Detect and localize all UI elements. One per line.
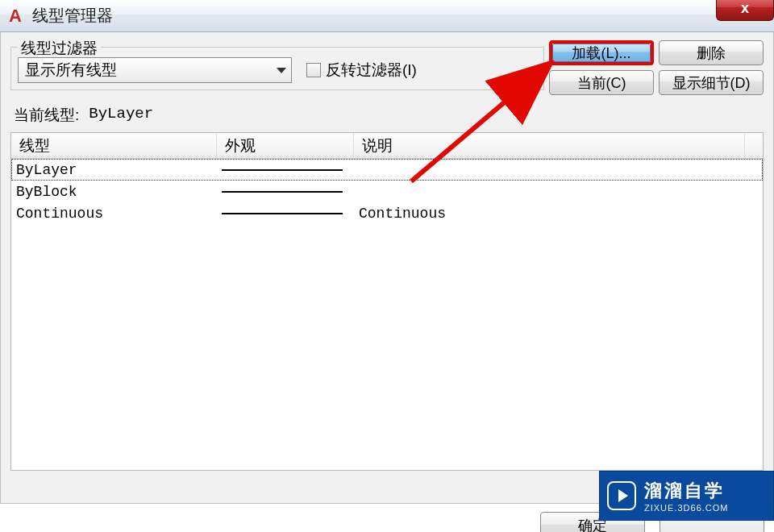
top-controls-row: 线型过滤器 显示所有线型 反转过滤器(I) 加载(L)... 删除: [10, 39, 764, 95]
cell-name: ByLayer: [11, 162, 217, 178]
current-button-label: 当前(C): [577, 73, 626, 93]
close-icon: x: [741, 0, 749, 17]
app-icon: A: [5, 6, 26, 27]
titlebar: A 线型管理器 x: [0, 0, 774, 32]
cell-name: Continuous: [11, 206, 217, 222]
linetype-sample-icon: [222, 169, 343, 171]
linetype-sample-icon: [222, 213, 343, 214]
cell-appearance: [217, 213, 354, 214]
linetype-sample-icon: [222, 191, 343, 193]
close-button[interactable]: x: [716, 0, 774, 21]
window-title: 线型管理器: [32, 5, 113, 27]
cell-name: ByBlock: [11, 184, 217, 200]
dialog-content: 线型过滤器 显示所有线型 反转过滤器(I) 加载(L)... 删除: [0, 32, 774, 504]
table-body: ByLayerByBlockContinuousContinuous: [11, 159, 763, 224]
checkbox-box-icon: [306, 63, 321, 77]
table-row[interactable]: ByLayer: [11, 159, 763, 181]
column-header-description[interactable]: 说明: [354, 133, 745, 158]
invert-filter-checkbox[interactable]: 反转过滤器(I): [306, 60, 417, 81]
column-header-appearance[interactable]: 外观: [217, 133, 354, 158]
app-icon-letter: A: [9, 6, 22, 27]
invert-filter-label: 反转过滤器(I): [326, 60, 417, 81]
load-button[interactable]: 加载(L)...: [549, 40, 654, 65]
watermark-badge: 溜溜自学 ZIXUE.3D66.COM: [599, 471, 774, 521]
filter-legend: 线型过滤器: [18, 38, 101, 59]
column-header-spacer: [745, 133, 763, 158]
delete-button-label: 删除: [697, 44, 726, 63]
chevron-down-icon: [277, 68, 286, 73]
details-button-label: 显示细节(D): [672, 73, 751, 93]
watermark-url: ZIXUE.3D66.COM: [644, 503, 728, 513]
cell-appearance: [217, 191, 354, 193]
cell-description: Continuous: [354, 206, 763, 222]
load-button-label: 加载(L)...: [572, 44, 630, 63]
cell-appearance: [217, 169, 354, 171]
play-icon: [607, 481, 636, 510]
watermark-brand: 溜溜自学: [644, 479, 728, 503]
linetype-table: 线型 外观 说明 ByLayerByBlockContinuousContinu…: [10, 132, 764, 471]
table-row[interactable]: ContinuousContinuous: [11, 202, 763, 224]
filter-dropdown[interactable]: 显示所有线型: [18, 57, 292, 83]
details-button[interactable]: 显示细节(D): [659, 70, 764, 95]
filter-group: 线型过滤器 显示所有线型 反转过滤器(I): [10, 47, 544, 90]
column-header-name[interactable]: 线型: [11, 133, 217, 158]
table-header-row: 线型 外观 说明: [11, 133, 763, 159]
current-button[interactable]: 当前(C): [549, 70, 654, 95]
filter-dropdown-value: 显示所有线型: [25, 60, 117, 81]
action-buttons-column: 加载(L)... 删除 当前(C) 显示细节(D): [549, 40, 764, 95]
current-linetype-value: ByLayer: [89, 105, 153, 126]
current-linetype-row: 当前线型: ByLayer: [10, 102, 764, 131]
delete-button[interactable]: 删除: [659, 40, 764, 65]
current-linetype-label: 当前线型:: [14, 105, 79, 126]
table-row[interactable]: ByBlock: [11, 181, 763, 202]
